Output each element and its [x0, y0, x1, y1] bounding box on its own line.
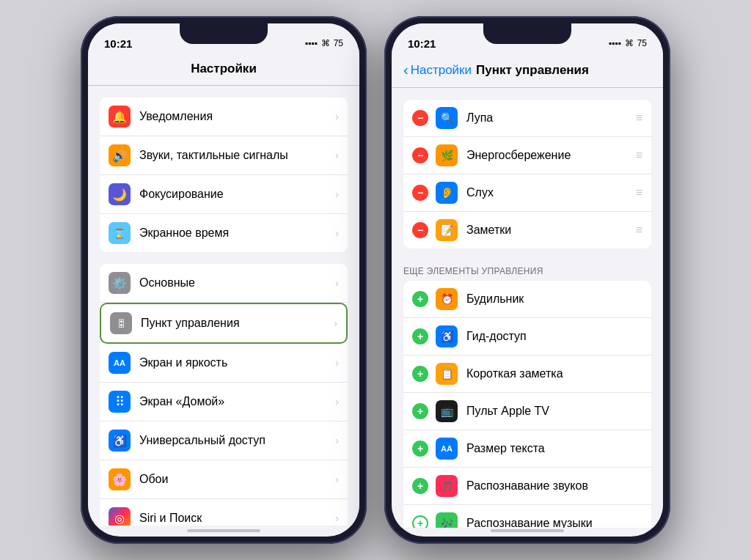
cc-more-label: ЕЩЕ ЭЛЕМЕНТЫ УПРАВЛЕНИЯ — [392, 266, 663, 281]
drag-handle-hearing[interactable]: ≡ — [636, 186, 642, 199]
settings-item-sounds[interactable]: 🔊 Звуки, тактильные сигналы › — [100, 136, 348, 175]
cc-item-quicknote[interactable]: + 📋 Короткая заметка — [403, 355, 651, 393]
hearing-label: Слух — [466, 186, 636, 199]
back-chevron-icon: ‹ — [403, 62, 409, 78]
wallpaper-label: Обои — [139, 473, 335, 486]
settings-list[interactable]: 🔔 Уведомления › 🔊 Звуки, тактильные сигн… — [88, 86, 359, 526]
remove-btn-hearing[interactable]: − — [412, 185, 428, 201]
appletv-label: Пульт Apple TV — [466, 405, 642, 418]
battery-icon: 75 — [334, 38, 343, 48]
drag-handle-battery-save[interactable]: ≡ — [636, 149, 642, 162]
chevron-icon: › — [335, 150, 339, 161]
cc-item-alarm[interactable]: + ⏰ Будильник — [403, 281, 651, 318]
quicknote-label: Короткая заметка — [466, 367, 642, 380]
chevron-icon: › — [335, 111, 339, 122]
signal-icon-2: ▪▪▪▪ — [609, 38, 621, 48]
chevron-icon: › — [335, 277, 339, 289]
shazam-icon: 🎶 — [436, 512, 458, 528]
add-btn-quicknote[interactable]: + — [412, 366, 428, 382]
soundrec-label: Распознавание звуков — [466, 479, 642, 493]
guidedaccess-icon: ♿ — [436, 325, 458, 347]
status-time-1: 10:21 — [104, 37, 132, 50]
settings-item-wallpaper[interactable]: 🌸 Обои › — [100, 460, 348, 499]
cc-item-lupa[interactable]: − 🔍 Лупа ≡ — [403, 100, 651, 137]
remove-btn-notes[interactable]: − — [412, 222, 428, 238]
add-btn-textsize[interactable]: + — [412, 441, 428, 457]
chevron-icon: › — [335, 512, 339, 524]
controlcenter-icon: 🎛 — [110, 312, 132, 334]
alarm-icon: ⏰ — [436, 288, 458, 310]
status-time-2: 10:21 — [408, 37, 436, 50]
controlcenter-label: Пункт управления — [141, 317, 334, 330]
homescreen-label: Экран «Домой» — [139, 395, 335, 408]
wallpaper-icon: 🌸 — [109, 468, 131, 490]
sounds-label: Звуки, тактильные сигналы — [139, 149, 335, 162]
shazam-label: Распознавание музыки — [466, 517, 642, 528]
cc-item-shazam[interactable]: + 🎶 Распознавание музыки — [403, 505, 651, 528]
quicknote-icon: 📋 — [436, 363, 458, 385]
cc-more-section: ЕЩЕ ЭЛЕМЕНТЫ УПРАВЛЕНИЯ + ⏰ Будильник + … — [392, 266, 663, 528]
drag-handle-lupa[interactable]: ≡ — [636, 111, 642, 125]
battery-save-icon: 🌿 — [436, 144, 458, 166]
chevron-icon: › — [335, 227, 339, 239]
battery-icon-2: 75 — [637, 38, 647, 48]
notifications-label: Уведомления — [139, 110, 335, 123]
drag-handle-notes[interactable]: ≡ — [636, 224, 642, 237]
cc-title: Пункт управления — [476, 63, 589, 78]
cc-item-hearing[interactable]: − 👂 Слух ≡ — [403, 174, 651, 212]
settings-item-siri[interactable]: ◎ Siri и Поиск › — [100, 499, 348, 526]
sounds-icon: 🔊 — [109, 144, 131, 166]
settings-item-controlcenter[interactable]: 🎛 Пункт управления › — [100, 303, 348, 344]
remove-btn-battery-save[interactable]: − — [412, 147, 428, 163]
soundrec-icon: 🎵 — [436, 475, 458, 497]
settings-item-accessibility[interactable]: ♿ Универсальный доступ › — [100, 421, 348, 460]
settings-item-display[interactable]: AA Экран и яркость › — [100, 344, 348, 383]
settings-item-general[interactable]: ⚙️ Основные › — [100, 264, 348, 303]
phone-2: 10:21 ▪▪▪▪ ⌘ 75 ‹ Настройки Пункт управл… — [384, 16, 670, 544]
textsize-icon: AA — [436, 438, 458, 460]
focus-icon: 🌙 — [109, 183, 131, 205]
cc-active-section: − 🔍 Лупа ≡ − 🌿 Энергосбережение ≡ − 👂 — [392, 100, 663, 248]
settings-section-1: 🔔 Уведомления › 🔊 Звуки, тактильные сигн… — [88, 97, 359, 252]
homescreen-icon: ⠿ — [109, 391, 131, 413]
notch-2 — [483, 23, 571, 44]
cc-item-battery-save[interactable]: − 🌿 Энергосбережение ≡ — [403, 137, 651, 174]
settings-group-2: ⚙️ Основные › 🎛 Пункт управления › AA Эк… — [100, 264, 348, 526]
back-button[interactable]: ‹ Настройки — [403, 62, 472, 78]
settings-item-notifications[interactable]: 🔔 Уведомления › — [100, 97, 348, 136]
cc-item-appletv[interactable]: + 📺 Пульт Apple TV — [403, 393, 651, 430]
add-btn-guidedaccess[interactable]: + — [412, 328, 428, 345]
back-label: Настройки — [411, 63, 472, 78]
phone-1-screen: 10:21 ▪▪▪▪ ⌘ 75 Настройки 🔔 Уведомления … — [88, 23, 359, 537]
home-indicator-1 — [187, 529, 260, 532]
battery-save-label: Энергосбережение — [466, 149, 636, 162]
status-icons-1: ▪▪▪▪ ⌘ 75 — [305, 38, 343, 48]
add-btn-alarm[interactable]: + — [412, 291, 428, 307]
add-btn-appletv[interactable]: + — [412, 403, 428, 419]
chevron-icon: › — [335, 357, 339, 369]
remove-btn-lupa[interactable]: − — [412, 110, 428, 126]
cc-item-textsize[interactable]: + AA Размер текста — [403, 430, 651, 468]
siri-icon: ◎ — [109, 507, 131, 526]
lupa-label: Лупа — [466, 111, 636, 125]
screentime-label: Экранное время — [139, 226, 335, 240]
status-icons-2: ▪▪▪▪ ⌘ 75 — [609, 38, 647, 48]
display-icon: AA — [109, 352, 131, 374]
cc-item-guidedaccess[interactable]: + ♿ Гид-доступ — [403, 318, 651, 355]
cc-item-notes[interactable]: − 📝 Заметки ≡ — [403, 212, 651, 248]
focus-label: Фокусирование — [139, 188, 335, 201]
cc-more-group: + ⏰ Будильник + ♿ Гид-доступ + 📋 Коротка… — [403, 281, 651, 528]
add-btn-shazam[interactable]: + — [412, 515, 428, 528]
home-indicator-2 — [491, 529, 564, 532]
settings-item-screentime[interactable]: ⌛ Экранное время › — [100, 214, 348, 252]
textsize-label: Размер текста — [466, 442, 642, 455]
cc-item-soundrec[interactable]: + 🎵 Распознавание звуков — [403, 468, 651, 505]
settings-item-homescreen[interactable]: ⠿ Экран «Домой» › — [100, 383, 348, 421]
settings-item-focus[interactable]: 🌙 Фокусирование › — [100, 175, 348, 214]
chevron-icon: › — [335, 396, 339, 408]
cc-list[interactable]: − 🔍 Лупа ≡ − 🌿 Энергосбережение ≡ − 👂 — [392, 88, 663, 528]
settings-section-2: ⚙️ Основные › 🎛 Пункт управления › AA Эк… — [88, 264, 359, 526]
add-btn-soundrec[interactable]: + — [412, 478, 428, 494]
signal-icon: ▪▪▪▪ — [305, 38, 318, 48]
chevron-icon: › — [335, 474, 339, 485]
